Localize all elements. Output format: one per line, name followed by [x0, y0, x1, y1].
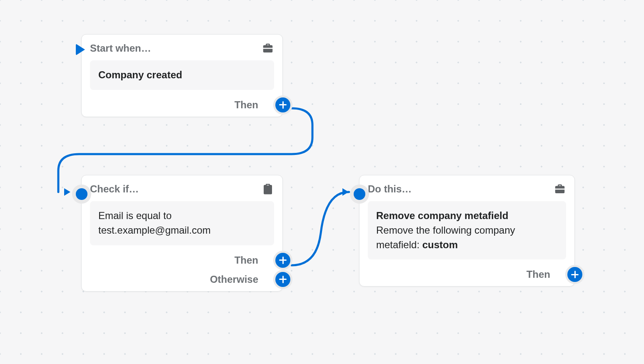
trigger-node[interactable]: Start when… Company created Then	[81, 34, 283, 117]
node-title: Do this…	[368, 183, 412, 195]
add-step-button[interactable]	[565, 265, 584, 284]
node-header: Start when…	[90, 42, 274, 55]
output-label: Then	[527, 269, 550, 280]
action-node[interactable]: Do this… Remove company metafield Remove…	[359, 175, 575, 287]
condition-summary: Email is equal to test.example@gmail.com	[90, 201, 274, 245]
node-title: Check if…	[90, 183, 139, 195]
briefcase-icon	[262, 42, 274, 55]
trigger-event-pill: Company created	[90, 60, 274, 90]
node-title: Start when…	[90, 42, 151, 54]
output-label: Otherwise	[210, 274, 258, 285]
condition-text: Email is equal to test.example@gmail.com	[98, 210, 211, 236]
add-step-button[interactable]	[273, 251, 292, 270]
add-step-button[interactable]	[273, 270, 292, 289]
output-then-row: Then	[90, 254, 274, 266]
start-marker-icon	[76, 44, 85, 55]
node-header: Do this…	[368, 183, 566, 195]
output-then-row: Then	[90, 99, 274, 111]
node-input-port	[350, 184, 369, 204]
arrowhead-icon	[342, 188, 349, 196]
action-summary: Remove company metafield Remove the foll…	[368, 201, 566, 259]
output-otherwise-row: Otherwise	[90, 274, 274, 285]
node-input-port	[72, 184, 91, 204]
output-then-row: Then	[368, 269, 566, 280]
action-description: Remove the following company metafield: …	[376, 223, 558, 252]
output-label: Then	[235, 254, 258, 266]
condition-node[interactable]: Check if… Email is equal to test.example…	[81, 175, 283, 292]
trigger-event-name: Company created	[98, 69, 182, 80]
briefcase-icon	[554, 183, 566, 195]
action-name: Remove company metafield	[376, 209, 558, 223]
output-label: Then	[235, 99, 258, 111]
clipboard-check-icon	[262, 183, 274, 195]
arrowhead-icon	[64, 188, 70, 196]
add-step-button[interactable]	[273, 95, 292, 115]
node-header: Check if…	[90, 183, 274, 195]
